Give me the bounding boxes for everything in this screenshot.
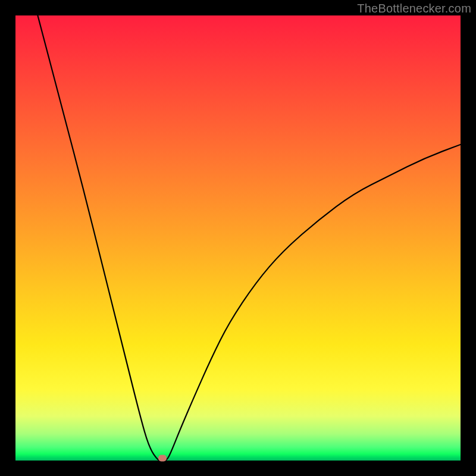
bottleneck-marker bbox=[158, 455, 167, 462]
plot-area bbox=[15, 15, 461, 461]
chart-frame: TheBottlenecker.com bbox=[0, 0, 476, 476]
bottleneck-curve bbox=[37, 15, 461, 461]
watermark-text: TheBottlenecker.com bbox=[357, 2, 471, 15]
curve-svg bbox=[15, 15, 461, 461]
